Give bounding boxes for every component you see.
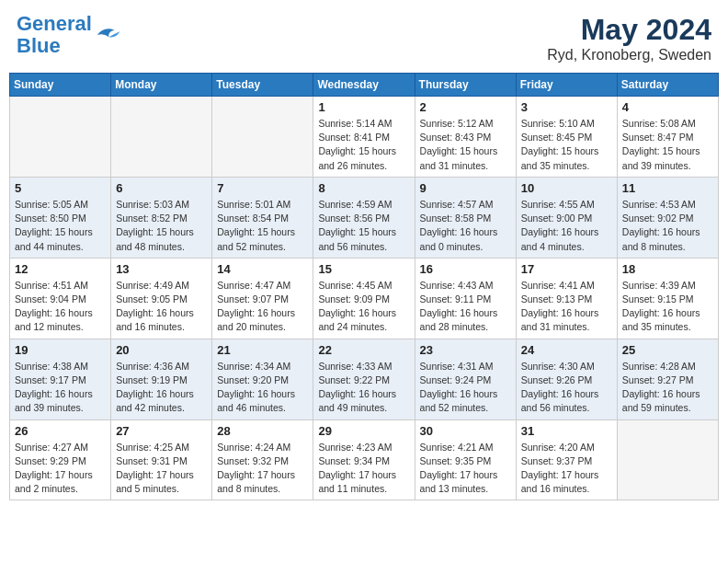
day-detail: Sunrise: 5:08 AM Sunset: 8:47 PM Dayligh… — [622, 117, 713, 173]
day-number: 29 — [318, 424, 409, 438]
day-number: 22 — [318, 343, 409, 357]
calendar-cell — [10, 97, 111, 178]
day-detail: Sunrise: 4:41 AM Sunset: 9:13 PM Dayligh… — [521, 279, 612, 335]
calendar-cell: 22Sunrise: 4:33 AM Sunset: 9:22 PM Dayli… — [313, 339, 415, 419]
day-detail: Sunrise: 5:05 AM Sunset: 8:50 PM Dayligh… — [15, 198, 106, 254]
weekday-header-tuesday: Tuesday — [212, 74, 313, 97]
day-number: 27 — [116, 424, 207, 438]
day-detail: Sunrise: 4:57 AM Sunset: 8:58 PM Dayligh… — [420, 198, 511, 254]
calendar-cell: 20Sunrise: 4:36 AM Sunset: 9:19 PM Dayli… — [111, 339, 212, 419]
title-area: May 2024 Ryd, Kronoberg, Sweden — [547, 13, 711, 63]
calendar-cell: 8Sunrise: 4:59 AM Sunset: 8:56 PM Daylig… — [313, 177, 415, 258]
day-detail: Sunrise: 4:28 AM Sunset: 9:27 PM Dayligh… — [622, 360, 713, 416]
weekday-header-thursday: Thursday — [415, 74, 516, 97]
day-number: 26 — [15, 424, 106, 438]
day-detail: Sunrise: 4:38 AM Sunset: 9:17 PM Dayligh… — [15, 360, 106, 416]
weekday-header-saturday: Saturday — [617, 74, 718, 97]
calendar-week-row: 5Sunrise: 5:05 AM Sunset: 8:50 PM Daylig… — [10, 177, 719, 258]
day-detail: Sunrise: 4:34 AM Sunset: 9:20 PM Dayligh… — [217, 360, 308, 416]
calendar-cell: 15Sunrise: 4:45 AM Sunset: 9:09 PM Dayli… — [313, 258, 415, 339]
calendar-cell: 29Sunrise: 4:23 AM Sunset: 9:34 PM Dayli… — [313, 419, 415, 500]
day-detail: Sunrise: 4:25 AM Sunset: 9:31 PM Dayligh… — [116, 441, 207, 497]
day-detail: Sunrise: 4:30 AM Sunset: 9:26 PM Dayligh… — [521, 360, 612, 416]
day-detail: Sunrise: 4:55 AM Sunset: 9:00 PM Dayligh… — [521, 198, 612, 254]
main-title: May 2024 — [547, 13, 711, 47]
calendar-week-row: 19Sunrise: 4:38 AM Sunset: 9:17 PM Dayli… — [10, 339, 719, 419]
day-number: 5 — [15, 181, 106, 195]
calendar-cell: 23Sunrise: 4:31 AM Sunset: 9:24 PM Dayli… — [415, 339, 516, 419]
day-detail: Sunrise: 5:14 AM Sunset: 8:41 PM Dayligh… — [318, 117, 409, 173]
day-detail: Sunrise: 5:12 AM Sunset: 8:43 PM Dayligh… — [420, 117, 511, 173]
calendar-cell: 18Sunrise: 4:39 AM Sunset: 9:15 PM Dayli… — [617, 258, 718, 339]
day-detail: Sunrise: 4:51 AM Sunset: 9:04 PM Dayligh… — [15, 279, 106, 335]
day-number: 4 — [622, 100, 713, 114]
day-number: 30 — [420, 424, 511, 438]
day-detail: Sunrise: 4:23 AM Sunset: 9:34 PM Dayligh… — [318, 441, 409, 497]
calendar-cell: 21Sunrise: 4:34 AM Sunset: 9:20 PM Dayli… — [212, 339, 313, 419]
day-detail: Sunrise: 5:03 AM Sunset: 8:52 PM Dayligh… — [116, 198, 207, 254]
calendar-cell — [111, 97, 212, 178]
calendar-cell: 12Sunrise: 4:51 AM Sunset: 9:04 PM Dayli… — [10, 258, 111, 339]
calendar-cell: 27Sunrise: 4:25 AM Sunset: 9:31 PM Dayli… — [111, 419, 212, 500]
day-detail: Sunrise: 4:59 AM Sunset: 8:56 PM Dayligh… — [318, 198, 409, 254]
day-detail: Sunrise: 5:01 AM Sunset: 8:54 PM Dayligh… — [217, 198, 308, 254]
day-detail: Sunrise: 4:39 AM Sunset: 9:15 PM Dayligh… — [622, 279, 713, 335]
calendar-cell: 6Sunrise: 5:03 AM Sunset: 8:52 PM Daylig… — [111, 177, 212, 258]
day-number: 13 — [116, 262, 207, 276]
calendar-cell: 28Sunrise: 4:24 AM Sunset: 9:32 PM Dayli… — [212, 419, 313, 500]
calendar-cell: 4Sunrise: 5:08 AM Sunset: 8:47 PM Daylig… — [617, 97, 718, 178]
day-number: 18 — [622, 262, 713, 276]
day-detail: Sunrise: 4:47 AM Sunset: 9:07 PM Dayligh… — [217, 279, 308, 335]
calendar-cell: 7Sunrise: 5:01 AM Sunset: 8:54 PM Daylig… — [212, 177, 313, 258]
day-number: 3 — [521, 100, 612, 114]
calendar-cell: 14Sunrise: 4:47 AM Sunset: 9:07 PM Dayli… — [212, 258, 313, 339]
day-number: 2 — [420, 100, 511, 114]
day-number: 23 — [420, 343, 511, 357]
day-number: 16 — [420, 262, 511, 276]
day-detail: Sunrise: 4:45 AM Sunset: 9:09 PM Dayligh… — [318, 279, 409, 335]
weekday-header-sunday: Sunday — [10, 74, 111, 97]
calendar-table: SundayMondayTuesdayWednesdayThursdayFrid… — [9, 73, 719, 500]
day-detail: Sunrise: 4:36 AM Sunset: 9:19 PM Dayligh… — [116, 360, 207, 416]
day-detail: Sunrise: 4:31 AM Sunset: 9:24 PM Dayligh… — [420, 360, 511, 416]
calendar-week-row: 12Sunrise: 4:51 AM Sunset: 9:04 PM Dayli… — [10, 258, 719, 339]
day-number: 7 — [217, 181, 308, 195]
day-detail: Sunrise: 5:10 AM Sunset: 8:45 PM Dayligh… — [521, 117, 612, 173]
calendar-cell: 11Sunrise: 4:53 AM Sunset: 9:02 PM Dayli… — [617, 177, 718, 258]
calendar-week-row: 26Sunrise: 4:27 AM Sunset: 9:29 PM Dayli… — [10, 419, 719, 500]
day-detail: Sunrise: 4:43 AM Sunset: 9:11 PM Dayligh… — [420, 279, 511, 335]
calendar-cell: 17Sunrise: 4:41 AM Sunset: 9:13 PM Dayli… — [516, 258, 617, 339]
calendar-cell: 9Sunrise: 4:57 AM Sunset: 8:58 PM Daylig… — [415, 177, 516, 258]
logo: GeneralBlue — [17, 13, 121, 57]
day-detail: Sunrise: 4:33 AM Sunset: 9:22 PM Dayligh… — [318, 360, 409, 416]
day-detail: Sunrise: 4:24 AM Sunset: 9:32 PM Dayligh… — [217, 441, 308, 497]
subtitle: Ryd, Kronoberg, Sweden — [547, 47, 711, 63]
logo-text: GeneralBlue — [17, 13, 92, 57]
day-number: 6 — [116, 181, 207, 195]
calendar-cell: 5Sunrise: 5:05 AM Sunset: 8:50 PM Daylig… — [10, 177, 111, 258]
day-number: 11 — [622, 181, 713, 195]
day-detail: Sunrise: 4:20 AM Sunset: 9:37 PM Dayligh… — [521, 441, 612, 497]
calendar-cell: 26Sunrise: 4:27 AM Sunset: 9:29 PM Dayli… — [10, 419, 111, 500]
calendar-cell: 2Sunrise: 5:12 AM Sunset: 8:43 PM Daylig… — [415, 97, 516, 178]
calendar-cell — [617, 419, 718, 500]
page-header: GeneralBlue May 2024 Ryd, Kronoberg, Swe… — [9, 9, 719, 67]
calendar-cell: 16Sunrise: 4:43 AM Sunset: 9:11 PM Dayli… — [415, 258, 516, 339]
day-number: 20 — [116, 343, 207, 357]
calendar-cell: 24Sunrise: 4:30 AM Sunset: 9:26 PM Dayli… — [516, 339, 617, 419]
day-number: 14 — [217, 262, 308, 276]
calendar-cell: 30Sunrise: 4:21 AM Sunset: 9:35 PM Dayli… — [415, 419, 516, 500]
day-number: 28 — [217, 424, 308, 438]
day-number: 15 — [318, 262, 409, 276]
day-number: 1 — [318, 100, 409, 114]
calendar-cell: 10Sunrise: 4:55 AM Sunset: 9:00 PM Dayli… — [516, 177, 617, 258]
calendar-cell: 13Sunrise: 4:49 AM Sunset: 9:05 PM Dayli… — [111, 258, 212, 339]
calendar-cell: 3Sunrise: 5:10 AM Sunset: 8:45 PM Daylig… — [516, 97, 617, 178]
calendar-cell: 31Sunrise: 4:20 AM Sunset: 9:37 PM Dayli… — [516, 419, 617, 500]
day-detail: Sunrise: 4:27 AM Sunset: 9:29 PM Dayligh… — [15, 441, 106, 497]
day-number: 12 — [15, 262, 106, 276]
weekday-header-friday: Friday — [516, 74, 617, 97]
calendar-cell — [212, 97, 313, 178]
day-number: 25 — [622, 343, 713, 357]
calendar-cell: 1Sunrise: 5:14 AM Sunset: 8:41 PM Daylig… — [313, 97, 415, 178]
